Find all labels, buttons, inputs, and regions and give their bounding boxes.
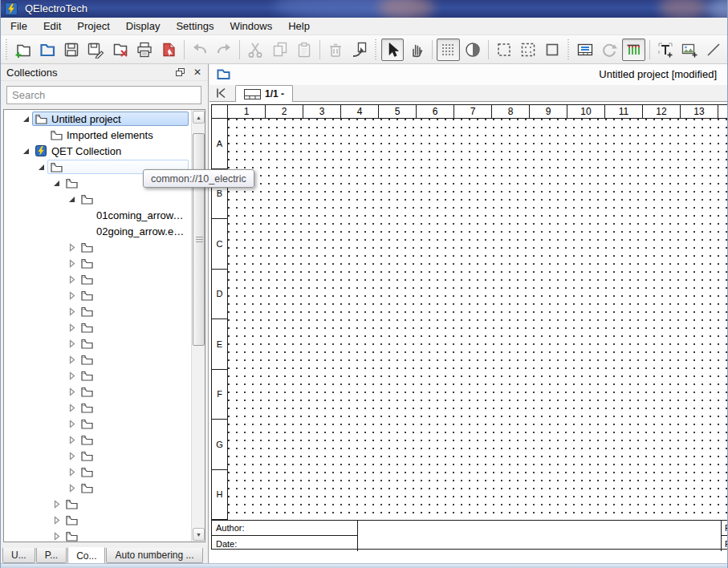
expand-arrow-icon[interactable] xyxy=(50,176,63,189)
collapse-arrow-icon[interactable] xyxy=(65,401,78,414)
select-all-button[interactable] xyxy=(493,39,515,61)
collapse-arrow-icon[interactable] xyxy=(50,513,63,526)
collapse-arrow-icon[interactable] xyxy=(65,369,78,382)
close-project-button[interactable] xyxy=(157,39,180,61)
collapse-arrow-icon[interactable] xyxy=(50,497,63,510)
save-button[interactable] xyxy=(60,39,83,61)
close-file-button[interactable] xyxy=(108,39,131,61)
grid-toggle-button[interactable] xyxy=(437,39,459,61)
collapse-arrow-icon[interactable] xyxy=(65,289,78,302)
tree-item[interactable] xyxy=(4,448,191,464)
zoom-reset-button[interactable] xyxy=(541,39,563,61)
scrollbar-down-button[interactable]: ▼ xyxy=(193,528,205,541)
add-line-button[interactable] xyxy=(702,39,725,61)
zoom-fit-button[interactable] xyxy=(517,39,539,61)
dock-tab-co[interactable]: Co... xyxy=(67,547,105,564)
expand-arrow-icon[interactable] xyxy=(19,112,32,125)
add-image-button[interactable] xyxy=(678,39,701,61)
collapse-arrow-icon[interactable] xyxy=(65,241,78,254)
open-project-button[interactable] xyxy=(36,39,59,61)
collapse-arrow-icon[interactable] xyxy=(65,353,78,366)
dock-float-button[interactable] xyxy=(173,66,187,79)
tree-item[interactable] xyxy=(4,335,191,351)
collapse-arrow-icon[interactable] xyxy=(65,337,78,350)
tree-item[interactable] xyxy=(4,400,191,416)
toolbar-handle[interactable] xyxy=(567,39,571,60)
collapse-arrow-icon[interactable] xyxy=(65,417,78,430)
tree-item[interactable] xyxy=(4,496,191,512)
select-mode-button[interactable] xyxy=(381,39,404,61)
menu-windows[interactable]: Windows xyxy=(222,18,280,34)
title-bar[interactable]: QElectroTech xyxy=(1,0,727,18)
tree-item[interactable] xyxy=(4,271,191,287)
delete-icon xyxy=(327,41,344,59)
collapse-arrow-icon[interactable] xyxy=(65,433,78,446)
menu-settings[interactable]: Settings xyxy=(168,18,222,34)
close-file-icon xyxy=(112,41,129,59)
save-as-button[interactable] xyxy=(84,39,107,61)
conductor-mode-button[interactable] xyxy=(622,39,645,61)
tree-item-untitled-project[interactable]: Untitled project xyxy=(4,111,191,127)
tree-item[interactable] xyxy=(4,480,191,496)
tree-item[interactable] xyxy=(4,367,191,383)
dock-tab-p[interactable]: P... xyxy=(36,548,67,563)
new-project-button[interactable] xyxy=(12,39,35,61)
collapse-arrow-icon[interactable] xyxy=(65,273,78,286)
tree-item[interactable] xyxy=(4,432,191,448)
collapse-arrow-icon[interactable] xyxy=(65,305,78,318)
tree-item[interactable] xyxy=(4,351,191,367)
pan-mode-button[interactable] xyxy=(405,39,428,61)
scrollbar-up-button[interactable]: ▲ xyxy=(193,111,205,124)
toolbar-separator xyxy=(239,40,240,59)
print-button[interactable] xyxy=(133,39,156,61)
tree-item-label: 01coming_arrow.elmt xyxy=(96,209,185,221)
expand-arrow-icon[interactable] xyxy=(35,160,47,173)
dock-close-button[interactable]: ✕ xyxy=(190,66,205,79)
dock-title-bar[interactable]: Collections ✕ xyxy=(1,64,208,81)
menu-help[interactable]: Help xyxy=(280,18,318,34)
collapse-arrow-icon[interactable] xyxy=(50,529,63,542)
tree-item[interactable] xyxy=(4,512,191,528)
column-label-4: 4 xyxy=(341,105,379,119)
tree-item[interactable] xyxy=(4,464,191,480)
search-input[interactable] xyxy=(6,86,201,104)
toolbar-handle[interactable] xyxy=(5,39,9,60)
project-folder-icon xyxy=(217,67,230,83)
tree-item[interactable] xyxy=(4,287,191,303)
collapse-arrow-icon[interactable] xyxy=(65,481,78,494)
collapse-arrow-icon[interactable] xyxy=(65,257,78,270)
menu-file[interactable]: File xyxy=(2,18,35,34)
tree-item[interactable] xyxy=(4,239,191,255)
add-text-button[interactable] xyxy=(654,39,677,61)
titleblock-editor-button[interactable] xyxy=(574,39,596,61)
tree-item-qet-collection[interactable]: QET Collection xyxy=(4,143,191,159)
first-tab-button[interactable] xyxy=(209,85,231,101)
collapse-arrow-icon[interactable] xyxy=(65,465,78,478)
import-elements-button[interactable] xyxy=(348,39,371,61)
diagram-tab[interactable]: 1/1 - xyxy=(235,85,293,102)
toolbar-handle[interactable] xyxy=(374,39,378,60)
expand-arrow-icon[interactable] xyxy=(65,193,78,205)
scrollbar-thumb[interactable] xyxy=(193,133,205,346)
dock-tab-auto-numbering[interactable]: Auto numbering ... xyxy=(106,548,202,563)
display-mode-button[interactable] xyxy=(462,39,484,61)
tree-item[interactable] xyxy=(4,416,191,432)
tree-item[interactable] xyxy=(4,383,191,400)
tree-item[interactable] xyxy=(4,528,191,542)
dock-tab-u[interactable]: U... xyxy=(2,548,35,563)
menu-display[interactable]: Display xyxy=(118,18,169,34)
tree-item[interactable] xyxy=(4,303,191,319)
tree-item[interactable] xyxy=(4,319,191,335)
tree-item-02going-arrow-elmt[interactable]: 02going_arrow.elmt xyxy=(4,223,191,239)
collapse-arrow-icon[interactable] xyxy=(65,385,78,398)
menu-edit[interactable]: Edit xyxy=(35,18,69,34)
collapse-arrow-icon[interactable] xyxy=(65,321,78,334)
tree-item-01coming-arrow-elmt[interactable]: 01coming_arrow.elmt xyxy=(4,207,191,223)
tree-item[interactable] xyxy=(4,255,191,271)
expand-arrow-icon[interactable] xyxy=(19,144,32,157)
diagram-canvas[interactable]: 12345678910111213 ABCDEFGH Author: Date:… xyxy=(209,102,727,563)
menu-project[interactable]: Project xyxy=(69,18,117,34)
collapse-arrow-icon[interactable] xyxy=(65,449,78,462)
tree-item[interactable] xyxy=(4,191,191,207)
tree-item-imported-elements[interactable]: Imported elements xyxy=(4,127,191,143)
